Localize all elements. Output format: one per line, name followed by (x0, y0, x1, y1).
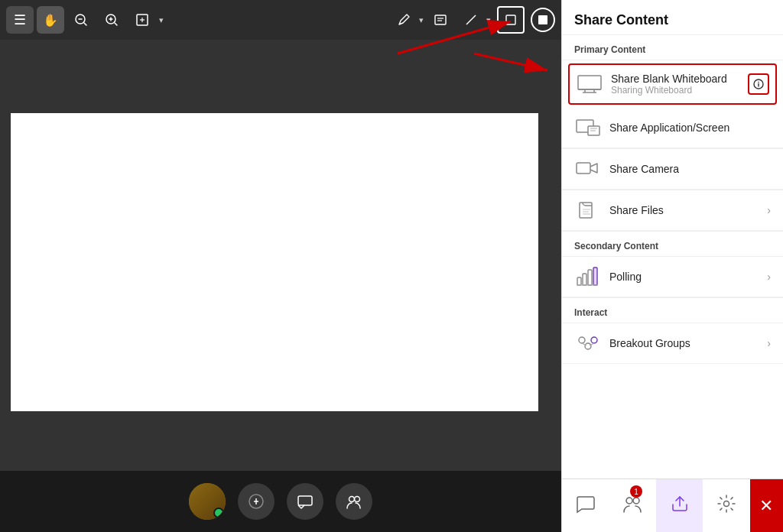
camera-label: Share Camera (609, 163, 771, 175)
svg-point-25 (355, 497, 360, 502)
svg-point-49 (591, 337, 597, 343)
tab-share[interactable] (656, 479, 703, 532)
panel-content: Primary Content Share Blank Whitebo (562, 35, 783, 478)
chat-icon (297, 493, 314, 510)
svg-point-48 (579, 337, 585, 343)
share-tab-icon (670, 494, 690, 518)
fit-view-button[interactable] (128, 6, 156, 34)
app-container: ☰ ✋ (0, 0, 783, 532)
menu-button[interactable]: ☰ (6, 6, 34, 34)
tab-chat[interactable] (562, 479, 609, 532)
svg-point-53 (626, 498, 632, 504)
zoom-out-button[interactable] (67, 6, 95, 34)
tab-close[interactable]: ✕ (750, 479, 783, 532)
svg-line-13 (466, 15, 476, 24)
close-tab-icon: ✕ (759, 496, 773, 516)
polling-chevron: › (767, 271, 771, 283)
settings-tab-icon (716, 494, 736, 518)
line-button[interactable] (457, 6, 485, 34)
files-chevron: › (767, 204, 771, 216)
zoom-out-icon (74, 13, 88, 27)
whiteboard-info-button[interactable] (748, 73, 769, 95)
shape-icon (504, 13, 518, 27)
whiteboard-menu-item[interactable]: Share Blank Whiteboard Sharing Whiteboar… (568, 63, 777, 105)
panel-tabs: 1 ✕ (562, 478, 783, 532)
avatar (189, 483, 226, 520)
whiteboard-label: Share Blank Whiteboard (611, 73, 748, 85)
svg-rect-44 (583, 274, 586, 285)
svg-rect-26 (578, 76, 601, 89)
fit-dropdown-arrow[interactable]: ▾ (159, 15, 164, 25)
breakout-chevron: › (767, 337, 771, 349)
hand-tool-button[interactable]: ✋ (37, 6, 64, 34)
camera-icon (574, 158, 602, 180)
svg-rect-46 (593, 268, 597, 285)
whiteboard-sublabel: Sharing Whiteboard (611, 85, 748, 96)
share-content-panel: Share Content Primary Content (561, 0, 783, 532)
svg-rect-38 (577, 163, 590, 174)
draw-tools: ▾ (390, 6, 424, 34)
app-screen-menu-item[interactable]: Share Application/Screen (562, 108, 783, 148)
app-screen-icon (574, 117, 602, 138)
participants-tab-icon (622, 494, 642, 518)
polling-label: Polling (609, 271, 767, 283)
toolbar: ☰ ✋ (0, 0, 561, 40)
svg-rect-14 (506, 15, 515, 24)
whiteboard-icon (576, 73, 603, 95)
text-button[interactable] (427, 6, 454, 34)
svg-line-6 (115, 23, 117, 25)
polling-icon (574, 266, 602, 287)
menu-icon: ☰ (14, 11, 26, 28)
camera-menu-item[interactable]: Share Camera (562, 149, 783, 190)
files-menu-item[interactable]: Share Files › (562, 190, 783, 231)
record-button[interactable] (531, 8, 555, 32)
fit-icon (135, 13, 149, 27)
svg-rect-45 (588, 270, 592, 285)
zoom-in-icon (105, 13, 119, 27)
svg-rect-23 (298, 496, 312, 505)
files-icon (574, 200, 602, 221)
svg-point-24 (349, 497, 355, 502)
app-screen-label: Share Application/Screen (609, 122, 771, 134)
svg-point-50 (585, 343, 591, 349)
svg-line-2 (84, 23, 86, 25)
mic-icon (249, 494, 264, 509)
stop-icon (538, 15, 548, 25)
breakout-icon (574, 332, 602, 354)
pen-button[interactable] (390, 6, 417, 34)
line-dropdown[interactable]: ▾ (486, 15, 491, 25)
text-icon (434, 13, 447, 27)
zoom-in-button[interactable] (98, 6, 125, 34)
panel-header: Share Content (562, 0, 783, 35)
svg-rect-39 (580, 203, 592, 218)
hand-icon: ✋ (43, 13, 58, 28)
tab-participants[interactable]: 1 (609, 479, 655, 532)
svg-point-54 (633, 498, 639, 504)
svg-rect-43 (577, 277, 581, 285)
canvas-area: ☰ ✋ (0, 0, 561, 532)
svg-point-32 (758, 82, 759, 83)
chat-button[interactable] (287, 483, 323, 520)
files-label: Share Files (609, 204, 767, 216)
secondary-content-label: Secondary Content (562, 231, 783, 257)
participants-button[interactable] (336, 483, 372, 520)
svg-rect-10 (435, 15, 446, 24)
line-icon (464, 13, 478, 27)
mic-button[interactable] (238, 483, 275, 520)
shape-button[interactable] (497, 6, 525, 34)
interact-label: Interact (562, 297, 783, 323)
tab-settings[interactable] (703, 479, 749, 532)
avatar-online-badge (213, 508, 224, 518)
primary-content-label: Primary Content (562, 35, 783, 60)
panel-title: Share Content (574, 12, 668, 28)
line-tools: ▾ (457, 6, 491, 34)
whiteboard-canvas[interactable] (11, 113, 538, 411)
bottom-bar (0, 471, 561, 532)
chat-tab-icon (576, 494, 596, 518)
pen-dropdown[interactable]: ▾ (419, 15, 424, 25)
svg-rect-15 (538, 15, 547, 24)
polling-menu-item[interactable]: Polling › (562, 257, 783, 297)
svg-point-56 (724, 501, 729, 506)
participants-icon (346, 493, 362, 510)
breakout-menu-item[interactable]: Breakout Groups › (562, 323, 783, 364)
